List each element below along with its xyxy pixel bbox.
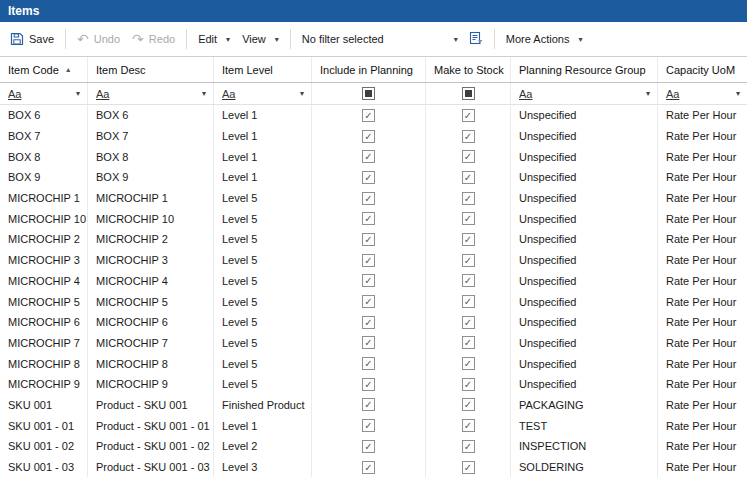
cell-planning-resource-group[interactable]: Unspecified <box>511 291 658 312</box>
cell-capacity-uom[interactable]: Rate Per Hour <box>658 374 747 395</box>
cell-item-code[interactable]: MICROCHIP 4 <box>0 271 88 292</box>
table-row[interactable]: MICROCHIP 4MICROCHIP 4Level 5✓✓Unspecifi… <box>0 271 747 292</box>
cell-capacity-uom[interactable]: Rate Per Hour <box>658 395 747 416</box>
cell-item-level[interactable]: Level 5 <box>214 333 312 354</box>
cell-item-code[interactable]: MICROCHIP 2 <box>0 229 88 250</box>
filter-text-item-desc[interactable]: Aa▾ <box>88 83 214 104</box>
cell-item-level[interactable]: Level 1 <box>214 415 312 436</box>
checkbox-include-in-planning[interactable]: ✓ <box>362 130 375 143</box>
cell-item-desc[interactable]: MICROCHIP 6 <box>88 312 214 333</box>
cell-planning-resource-group[interactable]: Unspecified <box>511 353 658 374</box>
cell-planning-resource-group[interactable]: PACKAGING <box>511 395 658 416</box>
cell-item-level[interactable]: Level 1 <box>214 146 312 167</box>
table-row[interactable]: BOX 7BOX 7Level 1✓✓UnspecifiedRate Per H… <box>0 126 747 147</box>
cell-planning-resource-group[interactable]: Unspecified <box>511 312 658 333</box>
cell-item-desc[interactable]: MICROCHIP 7 <box>88 333 214 354</box>
cell-capacity-uom[interactable]: Rate Per Hour <box>658 353 747 374</box>
cell-item-code[interactable]: SKU 001 <box>0 395 88 416</box>
table-row[interactable]: SKU 001 - 01Product - SKU 001 - 01Level … <box>0 415 747 436</box>
cell-capacity-uom[interactable]: Rate Per Hour <box>658 271 747 292</box>
checkbox-make-to-stock[interactable]: ✓ <box>462 398 475 411</box>
cell-item-level[interactable]: Level 5 <box>214 208 312 229</box>
table-row[interactable]: MICROCHIP 3MICROCHIP 3Level 5✓✓Unspecifi… <box>0 250 747 271</box>
column-header-planning-resource-group[interactable]: Planning Resource Group <box>511 57 658 82</box>
cell-item-code[interactable]: BOX 8 <box>0 146 88 167</box>
cell-capacity-uom[interactable]: Rate Per Hour <box>658 105 747 126</box>
cell-planning-resource-group[interactable]: TEST <box>511 415 658 436</box>
table-row[interactable]: BOX 9BOX 9Level 1✓✓UnspecifiedRate Per H… <box>0 167 747 188</box>
filter-editor-button[interactable] <box>464 28 489 51</box>
cell-item-desc[interactable]: MICROCHIP 5 <box>88 291 214 312</box>
cell-item-code[interactable]: MICROCHIP 1 <box>0 188 88 209</box>
cell-capacity-uom[interactable]: Rate Per Hour <box>658 208 747 229</box>
cell-item-code[interactable]: BOX 7 <box>0 126 88 147</box>
cell-capacity-uom[interactable]: Rate Per Hour <box>658 312 747 333</box>
cell-item-desc[interactable]: Product - SKU 001 - 02 <box>88 436 214 457</box>
cell-item-level[interactable]: Level 2 <box>214 436 312 457</box>
checkbox-make-to-stock[interactable]: ✓ <box>462 357 475 370</box>
checkbox-include-in-planning[interactable]: ✓ <box>362 109 375 122</box>
cell-planning-resource-group[interactable]: Unspecified <box>511 208 658 229</box>
checkbox-make-to-stock[interactable]: ✓ <box>462 274 475 287</box>
cell-item-level[interactable]: Level 5 <box>214 291 312 312</box>
table-row[interactable]: MICROCHIP 2MICROCHIP 2Level 5✓✓Unspecifi… <box>0 229 747 250</box>
table-row[interactable]: MICROCHIP 9MICROCHIP 9Level 5✓✓Unspecifi… <box>0 374 747 395</box>
table-row[interactable]: SKU 001 - 03Product - SKU 001 - 03Level … <box>0 457 747 478</box>
cell-capacity-uom[interactable]: Rate Per Hour <box>658 126 747 147</box>
checkbox-make-to-stock[interactable]: ✓ <box>462 336 475 349</box>
table-row[interactable]: SKU 001Product - SKU 001Finished Product… <box>0 395 747 416</box>
checkbox-include-in-planning[interactable]: ✓ <box>362 378 375 391</box>
column-header-include-in-planning[interactable]: Include in Planning <box>312 57 426 82</box>
cell-item-code[interactable]: MICROCHIP 8 <box>0 353 88 374</box>
more-actions-button[interactable]: More Actions ▾ <box>500 29 589 49</box>
cell-capacity-uom[interactable]: Rate Per Hour <box>658 167 747 188</box>
checkbox-include-in-planning[interactable]: ✓ <box>362 233 375 246</box>
checkbox-include-in-planning[interactable]: ✓ <box>362 212 375 225</box>
table-row[interactable]: MICROCHIP 6MICROCHIP 6Level 5✓✓Unspecifi… <box>0 312 747 333</box>
cell-item-desc[interactable]: MICROCHIP 4 <box>88 271 214 292</box>
cell-capacity-uom[interactable]: Rate Per Hour <box>658 229 747 250</box>
cell-item-level[interactable]: Level 5 <box>214 312 312 333</box>
cell-planning-resource-group[interactable]: Unspecified <box>511 167 658 188</box>
cell-capacity-uom[interactable]: Rate Per Hour <box>658 333 747 354</box>
cell-capacity-uom[interactable]: Rate Per Hour <box>658 457 747 478</box>
cell-item-code[interactable]: MICROCHIP 6 <box>0 312 88 333</box>
checkbox-include-in-planning[interactable]: ✓ <box>362 171 375 184</box>
checkbox-make-to-stock[interactable]: ✓ <box>462 150 475 163</box>
table-row[interactable]: MICROCHIP 5MICROCHIP 5Level 5✓✓Unspecifi… <box>0 291 747 312</box>
cell-item-level[interactable]: Level 5 <box>214 229 312 250</box>
table-row[interactable]: SKU 001 - 02Product - SKU 001 - 02Level … <box>0 436 747 457</box>
column-header-capacity-uom[interactable]: Capacity UoM <box>658 57 747 82</box>
cell-item-desc[interactable]: MICROCHIP 8 <box>88 353 214 374</box>
checkbox-include-in-planning[interactable]: ✓ <box>362 274 375 287</box>
cell-item-code[interactable]: SKU 001 - 03 <box>0 457 88 478</box>
cell-item-desc[interactable]: MICROCHIP 10 <box>88 208 214 229</box>
cell-planning-resource-group[interactable]: Unspecified <box>511 229 658 250</box>
cell-planning-resource-group[interactable]: Unspecified <box>511 188 658 209</box>
cell-planning-resource-group[interactable]: Unspecified <box>511 146 658 167</box>
cell-capacity-uom[interactable]: Rate Per Hour <box>658 436 747 457</box>
cell-item-desc[interactable]: Product - SKU 001 - 03 <box>88 457 214 478</box>
cell-item-desc[interactable]: MICROCHIP 2 <box>88 229 214 250</box>
cell-item-desc[interactable]: BOX 8 <box>88 146 214 167</box>
view-menu-button[interactable]: View ▾ <box>236 29 285 49</box>
cell-item-code[interactable]: MICROCHIP 5 <box>0 291 88 312</box>
checkbox-include-in-planning[interactable]: ✓ <box>362 254 375 267</box>
checkbox-make-to-stock[interactable]: ✓ <box>462 212 475 225</box>
cell-item-level[interactable]: Level 5 <box>214 271 312 292</box>
checkbox-make-to-stock[interactable]: ✓ <box>462 440 475 453</box>
cell-item-desc[interactable]: Product - SKU 001 <box>88 395 214 416</box>
cell-item-level[interactable]: Level 3 <box>214 457 312 478</box>
cell-item-level[interactable]: Level 1 <box>214 167 312 188</box>
cell-planning-resource-group[interactable]: Unspecified <box>511 333 658 354</box>
checkbox-make-to-stock[interactable]: ✓ <box>462 295 475 308</box>
table-row[interactable]: MICROCHIP 8MICROCHIP 8Level 5✓✓Unspecifi… <box>0 353 747 374</box>
cell-capacity-uom[interactable]: Rate Per Hour <box>658 250 747 271</box>
table-row[interactable]: MICROCHIP 10MICROCHIP 10Level 5✓✓Unspeci… <box>0 208 747 229</box>
table-row[interactable]: BOX 8BOX 8Level 1✓✓UnspecifiedRate Per H… <box>0 146 747 167</box>
cell-item-code[interactable]: MICROCHIP 7 <box>0 333 88 354</box>
cell-item-code[interactable]: SKU 001 - 02 <box>0 436 88 457</box>
table-row[interactable]: BOX 6BOX 6Level 1✓✓UnspecifiedRate Per H… <box>0 105 747 126</box>
cell-item-code[interactable]: BOX 6 <box>0 105 88 126</box>
cell-item-code[interactable]: MICROCHIP 9 <box>0 374 88 395</box>
